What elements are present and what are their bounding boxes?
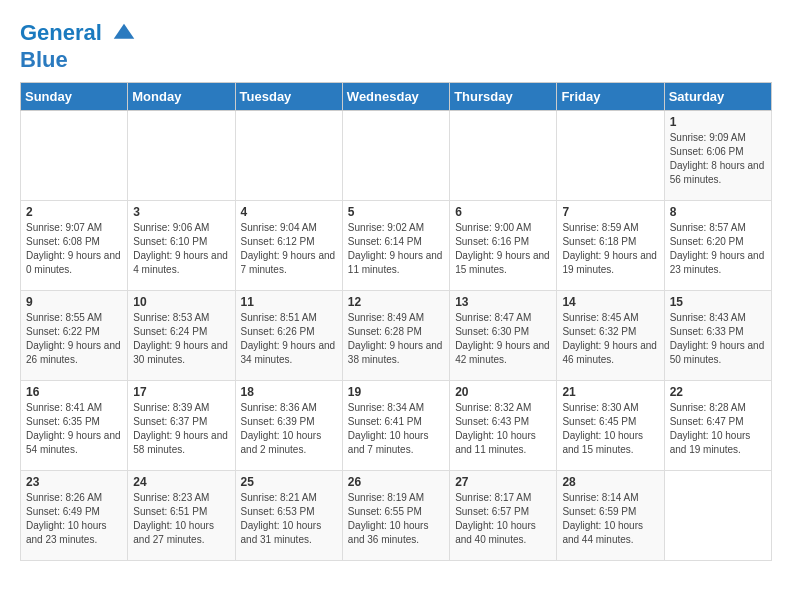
logo-icon xyxy=(110,20,138,48)
week-row-3: 9Sunrise: 8:55 AM Sunset: 6:22 PM Daylig… xyxy=(21,291,772,381)
day-content: Sunrise: 8:21 AM Sunset: 6:53 PM Dayligh… xyxy=(241,491,337,547)
col-header-monday: Monday xyxy=(128,83,235,111)
day-content: Sunrise: 8:28 AM Sunset: 6:47 PM Dayligh… xyxy=(670,401,766,457)
calendar-cell: 24Sunrise: 8:23 AM Sunset: 6:51 PM Dayli… xyxy=(128,471,235,561)
calendar-cell: 8Sunrise: 8:57 AM Sunset: 6:20 PM Daylig… xyxy=(664,201,771,291)
day-content: Sunrise: 8:34 AM Sunset: 6:41 PM Dayligh… xyxy=(348,401,444,457)
day-content: Sunrise: 9:00 AM Sunset: 6:16 PM Dayligh… xyxy=(455,221,551,277)
col-header-thursday: Thursday xyxy=(450,83,557,111)
day-content: Sunrise: 8:26 AM Sunset: 6:49 PM Dayligh… xyxy=(26,491,122,547)
day-number: 7 xyxy=(562,205,658,219)
day-number: 22 xyxy=(670,385,766,399)
day-number: 28 xyxy=(562,475,658,489)
page-header: General Blue xyxy=(20,20,772,72)
week-row-2: 2Sunrise: 9:07 AM Sunset: 6:08 PM Daylig… xyxy=(21,201,772,291)
calendar-cell: 18Sunrise: 8:36 AM Sunset: 6:39 PM Dayli… xyxy=(235,381,342,471)
day-content: Sunrise: 9:06 AM Sunset: 6:10 PM Dayligh… xyxy=(133,221,229,277)
day-content: Sunrise: 8:45 AM Sunset: 6:32 PM Dayligh… xyxy=(562,311,658,367)
calendar-cell: 27Sunrise: 8:17 AM Sunset: 6:57 PM Dayli… xyxy=(450,471,557,561)
day-number: 24 xyxy=(133,475,229,489)
logo: General Blue xyxy=(20,20,138,72)
day-number: 4 xyxy=(241,205,337,219)
col-header-wednesday: Wednesday xyxy=(342,83,449,111)
calendar-cell xyxy=(557,111,664,201)
col-header-sunday: Sunday xyxy=(21,83,128,111)
calendar-cell: 2Sunrise: 9:07 AM Sunset: 6:08 PM Daylig… xyxy=(21,201,128,291)
day-content: Sunrise: 8:47 AM Sunset: 6:30 PM Dayligh… xyxy=(455,311,551,367)
day-number: 18 xyxy=(241,385,337,399)
day-content: Sunrise: 8:53 AM Sunset: 6:24 PM Dayligh… xyxy=(133,311,229,367)
day-number: 20 xyxy=(455,385,551,399)
week-row-4: 16Sunrise: 8:41 AM Sunset: 6:35 PM Dayli… xyxy=(21,381,772,471)
calendar-cell xyxy=(21,111,128,201)
day-number: 25 xyxy=(241,475,337,489)
calendar-cell: 3Sunrise: 9:06 AM Sunset: 6:10 PM Daylig… xyxy=(128,201,235,291)
calendar-cell: 26Sunrise: 8:19 AM Sunset: 6:55 PM Dayli… xyxy=(342,471,449,561)
week-row-1: 1Sunrise: 9:09 AM Sunset: 6:06 PM Daylig… xyxy=(21,111,772,201)
day-content: Sunrise: 9:07 AM Sunset: 6:08 PM Dayligh… xyxy=(26,221,122,277)
day-content: Sunrise: 9:09 AM Sunset: 6:06 PM Dayligh… xyxy=(670,131,766,187)
day-number: 23 xyxy=(26,475,122,489)
calendar-cell: 10Sunrise: 8:53 AM Sunset: 6:24 PM Dayli… xyxy=(128,291,235,381)
day-content: Sunrise: 8:19 AM Sunset: 6:55 PM Dayligh… xyxy=(348,491,444,547)
calendar-cell: 20Sunrise: 8:32 AM Sunset: 6:43 PM Dayli… xyxy=(450,381,557,471)
calendar-cell: 17Sunrise: 8:39 AM Sunset: 6:37 PM Dayli… xyxy=(128,381,235,471)
day-number: 2 xyxy=(26,205,122,219)
col-header-friday: Friday xyxy=(557,83,664,111)
calendar-cell: 13Sunrise: 8:47 AM Sunset: 6:30 PM Dayli… xyxy=(450,291,557,381)
day-number: 11 xyxy=(241,295,337,309)
day-number: 3 xyxy=(133,205,229,219)
calendar-cell: 12Sunrise: 8:49 AM Sunset: 6:28 PM Dayli… xyxy=(342,291,449,381)
calendar-cell: 4Sunrise: 9:04 AM Sunset: 6:12 PM Daylig… xyxy=(235,201,342,291)
day-number: 17 xyxy=(133,385,229,399)
calendar-cell: 1Sunrise: 9:09 AM Sunset: 6:06 PM Daylig… xyxy=(664,111,771,201)
day-number: 5 xyxy=(348,205,444,219)
day-number: 21 xyxy=(562,385,658,399)
col-header-tuesday: Tuesday xyxy=(235,83,342,111)
day-number: 19 xyxy=(348,385,444,399)
calendar-cell: 15Sunrise: 8:43 AM Sunset: 6:33 PM Dayli… xyxy=(664,291,771,381)
day-content: Sunrise: 8:43 AM Sunset: 6:33 PM Dayligh… xyxy=(670,311,766,367)
week-row-5: 23Sunrise: 8:26 AM Sunset: 6:49 PM Dayli… xyxy=(21,471,772,561)
day-content: Sunrise: 8:51 AM Sunset: 6:26 PM Dayligh… xyxy=(241,311,337,367)
day-content: Sunrise: 8:14 AM Sunset: 6:59 PM Dayligh… xyxy=(562,491,658,547)
day-number: 8 xyxy=(670,205,766,219)
calendar-cell: 6Sunrise: 9:00 AM Sunset: 6:16 PM Daylig… xyxy=(450,201,557,291)
day-content: Sunrise: 8:49 AM Sunset: 6:28 PM Dayligh… xyxy=(348,311,444,367)
day-number: 14 xyxy=(562,295,658,309)
day-number: 1 xyxy=(670,115,766,129)
calendar-cell xyxy=(450,111,557,201)
day-number: 27 xyxy=(455,475,551,489)
day-number: 12 xyxy=(348,295,444,309)
calendar-cell: 21Sunrise: 8:30 AM Sunset: 6:45 PM Dayli… xyxy=(557,381,664,471)
day-content: Sunrise: 9:02 AM Sunset: 6:14 PM Dayligh… xyxy=(348,221,444,277)
day-content: Sunrise: 8:55 AM Sunset: 6:22 PM Dayligh… xyxy=(26,311,122,367)
day-number: 9 xyxy=(26,295,122,309)
day-content: Sunrise: 8:32 AM Sunset: 6:43 PM Dayligh… xyxy=(455,401,551,457)
logo-text: General Blue xyxy=(20,20,138,72)
day-number: 10 xyxy=(133,295,229,309)
day-content: Sunrise: 8:59 AM Sunset: 6:18 PM Dayligh… xyxy=(562,221,658,277)
header-row: SundayMondayTuesdayWednesdayThursdayFrid… xyxy=(21,83,772,111)
day-number: 6 xyxy=(455,205,551,219)
day-content: Sunrise: 8:41 AM Sunset: 6:35 PM Dayligh… xyxy=(26,401,122,457)
day-content: Sunrise: 8:39 AM Sunset: 6:37 PM Dayligh… xyxy=(133,401,229,457)
calendar-cell: 16Sunrise: 8:41 AM Sunset: 6:35 PM Dayli… xyxy=(21,381,128,471)
day-content: Sunrise: 8:57 AM Sunset: 6:20 PM Dayligh… xyxy=(670,221,766,277)
calendar-cell xyxy=(664,471,771,561)
calendar-cell: 25Sunrise: 8:21 AM Sunset: 6:53 PM Dayli… xyxy=(235,471,342,561)
col-header-saturday: Saturday xyxy=(664,83,771,111)
calendar-cell: 14Sunrise: 8:45 AM Sunset: 6:32 PM Dayli… xyxy=(557,291,664,381)
calendar-cell: 19Sunrise: 8:34 AM Sunset: 6:41 PM Dayli… xyxy=(342,381,449,471)
day-number: 16 xyxy=(26,385,122,399)
day-content: Sunrise: 8:36 AM Sunset: 6:39 PM Dayligh… xyxy=(241,401,337,457)
day-number: 13 xyxy=(455,295,551,309)
calendar-cell: 11Sunrise: 8:51 AM Sunset: 6:26 PM Dayli… xyxy=(235,291,342,381)
calendar-cell: 9Sunrise: 8:55 AM Sunset: 6:22 PM Daylig… xyxy=(21,291,128,381)
calendar-cell: 23Sunrise: 8:26 AM Sunset: 6:49 PM Dayli… xyxy=(21,471,128,561)
calendar-cell: 22Sunrise: 8:28 AM Sunset: 6:47 PM Dayli… xyxy=(664,381,771,471)
calendar-cell xyxy=(235,111,342,201)
svg-marker-0 xyxy=(114,24,135,39)
day-content: Sunrise: 8:23 AM Sunset: 6:51 PM Dayligh… xyxy=(133,491,229,547)
calendar-cell: 5Sunrise: 9:02 AM Sunset: 6:14 PM Daylig… xyxy=(342,201,449,291)
